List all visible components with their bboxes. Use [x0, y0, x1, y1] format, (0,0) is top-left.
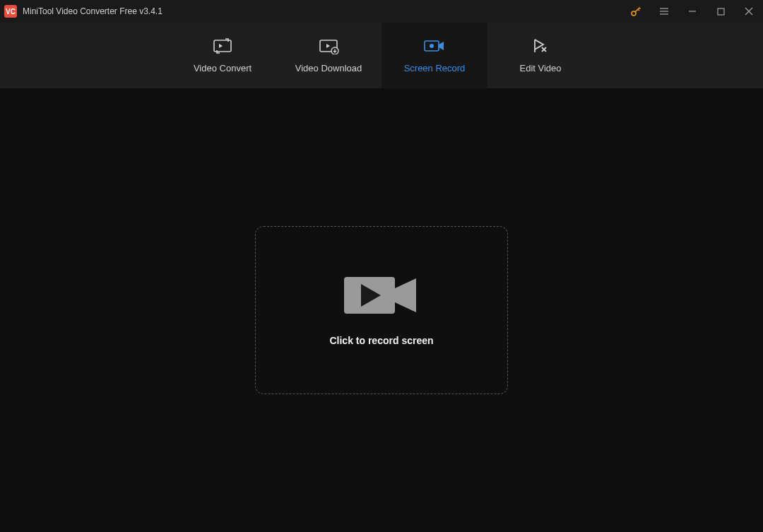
main-content: Click to record screen	[0, 88, 763, 532]
tab-label: Screen Record	[404, 63, 466, 73]
close-button[interactable]	[735, 0, 763, 23]
record-icon	[423, 37, 446, 54]
key-icon[interactable]	[622, 0, 650, 23]
minimize-button[interactable]	[678, 0, 706, 23]
tab-label: Video Download	[295, 63, 362, 73]
svg-rect-5	[718, 8, 724, 15]
download-icon	[317, 37, 340, 54]
tab-label: Video Convert	[194, 63, 252, 73]
svg-point-12	[430, 44, 434, 48]
tab-screen-record[interactable]: Screen Record	[382, 23, 487, 88]
record-label: Click to record screen	[329, 335, 433, 346]
tab-edit-video[interactable]: Edit Video	[487, 23, 593, 88]
convert-icon	[211, 37, 234, 54]
maximize-button[interactable]	[706, 0, 735, 23]
nav-tabs: Video Convert Video Download Screen Reco…	[0, 23, 763, 88]
edit-icon	[529, 37, 552, 54]
titlebar: VC MiniTool Video Converter Free v3.4.1	[0, 0, 763, 23]
menu-icon[interactable]	[650, 0, 678, 23]
tab-video-convert[interactable]: Video Convert	[170, 23, 276, 88]
record-screen-button[interactable]: Click to record screen	[255, 226, 508, 394]
app-title: MiniTool Video Converter Free v3.4.1	[23, 6, 162, 16]
camera-play-icon	[344, 274, 419, 317]
tab-video-download[interactable]: Video Download	[276, 23, 382, 88]
tab-label: Edit Video	[519, 63, 561, 73]
app-logo-icon: VC	[4, 5, 17, 18]
titlebar-left: VC MiniTool Video Converter Free v3.4.1	[4, 5, 162, 18]
titlebar-right	[622, 0, 763, 23]
